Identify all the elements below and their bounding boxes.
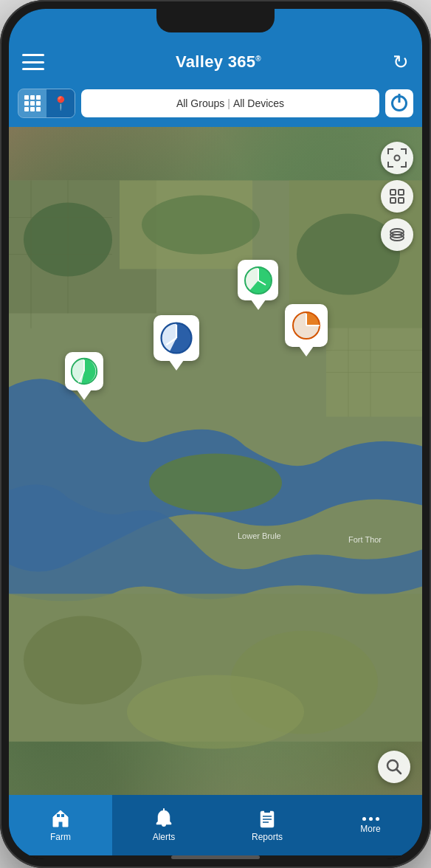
map-pin-blue[interactable]: [154, 315, 199, 371]
corner-tr: [401, 148, 407, 154]
app-content: Valley 365® ↻: [9, 9, 422, 859]
farm-icon: [50, 808, 71, 829]
reports-icon: [257, 808, 277, 829]
pin-card-orange: [285, 304, 328, 347]
nav-item-reports[interactable]: Reports: [216, 795, 319, 855]
grid-icon: [24, 95, 41, 111]
pin-triangle-green: [251, 300, 266, 310]
layers-map-button[interactable]: [381, 218, 413, 251]
expand-map-button[interactable]: [381, 142, 413, 174]
svg-rect-48: [57, 814, 60, 817]
svg-rect-52: [264, 810, 270, 813]
menu-button[interactable]: [22, 54, 44, 70]
svg-point-10: [230, 631, 378, 734]
nav-label-more: More: [360, 824, 380, 834]
power-toggle-button[interactable]: [385, 89, 413, 117]
pin-triangle-small-green: [77, 390, 92, 400]
svg-rect-0: [9, 181, 422, 742]
app-title-text: Valley 365: [176, 52, 255, 71]
grid-dot: [24, 107, 29, 111]
map-area[interactable]: Lower Brule Fort Thor: [9, 127, 422, 795]
app-title-sup: ®: [255, 55, 261, 63]
top-nav: Valley 365® ↻: [9, 41, 422, 83]
pin-triangle-blue: [169, 360, 184, 371]
grid-dot: [30, 101, 35, 106]
svg-point-9: [24, 616, 142, 705]
filter-devices-text: All Devices: [233, 97, 284, 109]
corner-bl: [387, 162, 393, 168]
filter-separator: |: [227, 97, 230, 109]
svg-line-47: [397, 770, 401, 774]
nav-label-reports: Reports: [252, 832, 283, 842]
svg-text:Fort Thor: Fort Thor: [348, 535, 382, 544]
corner-br: [401, 162, 407, 168]
grid-dot: [36, 95, 41, 100]
hamburger-line-1: [22, 54, 44, 56]
pie-chart-green: [242, 264, 275, 297]
center-dot: [394, 155, 401, 162]
dot-1: [362, 817, 366, 821]
home-bar: [171, 855, 260, 859]
map-view-button[interactable]: 📍: [46, 89, 75, 117]
map-pin-green[interactable]: [238, 260, 278, 310]
grid-dot: [30, 107, 35, 111]
refresh-button[interactable]: ↻: [393, 51, 409, 74]
pin-card-small-green: [65, 352, 103, 390]
notch: [156, 9, 275, 32]
search-float-button[interactable]: [378, 751, 410, 783]
map-terrain: Lower Brule Fort Thor: [9, 127, 422, 795]
toolbar: 📍 All Groups | All Devices: [9, 83, 422, 127]
svg-rect-41: [390, 198, 396, 203]
pin-triangle-orange: [299, 346, 314, 356]
grid-dot: [36, 107, 41, 111]
svg-rect-1: [9, 181, 156, 314]
pie-chart-blue: [158, 320, 195, 356]
more-icon: [362, 817, 379, 821]
grid-view-button[interactable]: [18, 89, 46, 117]
grid-dot: [24, 101, 29, 106]
hamburger-line-2: [22, 61, 44, 63]
cluster-map-button[interactable]: [381, 180, 413, 213]
svg-point-4: [24, 203, 112, 277]
view-toggle: 📍: [18, 89, 75, 118]
filter-groups-text: All Groups: [176, 97, 224, 109]
nav-label-alerts: Alerts: [153, 832, 176, 842]
alerts-icon: [154, 808, 174, 829]
cluster-icon: [388, 187, 406, 205]
expand-icon: [387, 148, 407, 168]
pin-card-green: [238, 260, 278, 300]
phone-shell: Valley 365® ↻: [0, 0, 431, 868]
app-title: Valley 365®: [176, 52, 261, 72]
svg-rect-42: [399, 198, 404, 203]
nav-item-more[interactable]: More: [319, 795, 422, 855]
svg-rect-8: [9, 594, 422, 742]
map-controls: [381, 142, 413, 251]
svg-point-11: [127, 675, 304, 749]
search-icon: [386, 759, 402, 775]
svg-rect-2: [120, 181, 252, 269]
river-overlay: Lower Brule Fort Thor: [9, 127, 422, 795]
location-pin-icon: 📍: [52, 95, 69, 111]
svg-point-7: [149, 454, 282, 513]
pie-chart-small-green: [69, 355, 100, 388]
svg-rect-49: [61, 814, 64, 817]
bottom-nav: Farm Alerts: [9, 795, 422, 855]
dot-3: [376, 817, 379, 821]
grid-dot: [30, 95, 35, 100]
nav-item-farm[interactable]: Farm: [9, 795, 112, 855]
filter-dropdown[interactable]: All Groups | All Devices: [81, 89, 379, 117]
svg-text:Lower Brule: Lower Brule: [238, 531, 281, 540]
svg-point-5: [142, 196, 260, 255]
power-icon: [391, 95, 407, 111]
hamburger-line-3: [22, 68, 44, 70]
map-pin-orange[interactable]: [285, 304, 328, 356]
nav-item-alerts[interactable]: Alerts: [112, 795, 216, 855]
phone-screen: Valley 365® ↻: [9, 9, 422, 859]
corner-tl: [387, 148, 393, 154]
dot-2: [369, 817, 373, 821]
svg-rect-16: [326, 328, 422, 417]
grid-dot: [36, 101, 41, 106]
map-pin-small-green[interactable]: [65, 352, 103, 400]
pin-card-blue: [154, 315, 199, 361]
svg-rect-40: [399, 190, 404, 195]
